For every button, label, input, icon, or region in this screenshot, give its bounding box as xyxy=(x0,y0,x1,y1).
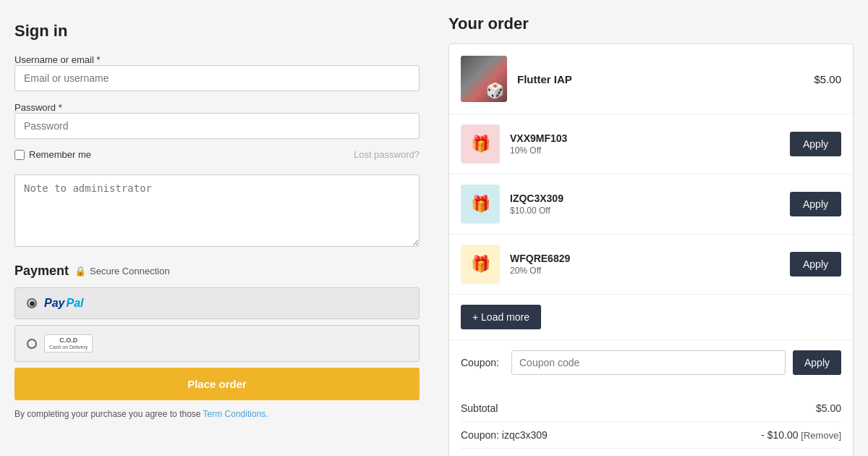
page-wrapper: Sign in Username or email * Password * R… xyxy=(14,14,854,456)
password-input[interactable] xyxy=(14,113,420,139)
apply-button-2[interactable]: Apply xyxy=(790,252,841,276)
coupon-row-0: 🎁 VXX9MF103 10% Off Apply xyxy=(449,114,853,174)
apply-button-0[interactable]: Apply xyxy=(790,132,841,156)
paypal-pal-text: Pal xyxy=(66,297,83,310)
username-label: Username or email * xyxy=(14,54,101,65)
payment-header: Payment 🔒 Secure Connection xyxy=(14,263,420,279)
terms-text: By completing your purchase you agree to… xyxy=(14,409,420,419)
coupon1-remove-link[interactable]: [Remove] xyxy=(801,430,841,441)
secure-connection: 🔒 Secure Connection xyxy=(75,266,170,276)
lock-icon: 🔒 xyxy=(75,266,86,276)
load-more-button[interactable]: + Load more xyxy=(461,305,541,329)
coupon-code-0: VXX9MF103 xyxy=(510,132,780,144)
coupon-icon-2: 🎁 xyxy=(461,245,500,284)
product-row: Flutter IAP $5.00 xyxy=(449,44,853,114)
paypal-logo: PayPal xyxy=(44,297,83,310)
coupon-input-row: Coupon: Apply xyxy=(449,339,853,385)
order-box: Flutter IAP $5.00 🎁 VXX9MF103 10% Off Ap… xyxy=(448,43,854,456)
product-thumbnail xyxy=(461,56,507,102)
coupon-desc-2: 20% Off xyxy=(510,266,780,276)
subtotal-label: Subtotal xyxy=(461,402,498,414)
coupon-input[interactable] xyxy=(511,350,786,375)
coupon-icon-0: 🎁 xyxy=(461,124,500,164)
order-title: Your order xyxy=(448,14,854,33)
right-panel: Your order Flutter IAP $5.00 🎁 VXX9MF103… xyxy=(448,14,854,456)
coupon-apply-button[interactable]: Apply xyxy=(793,350,841,375)
cod-sub: Cash on Delivery xyxy=(49,345,88,350)
subtotal-row: Subtotal $5.00 xyxy=(461,395,841,422)
remember-checkbox[interactable] xyxy=(14,150,25,160)
coupon1-row: Coupon: izqc3x309 - $10.00 [Remove] xyxy=(461,422,841,449)
terms-prefix: By completing your purchase you agree to… xyxy=(14,409,200,419)
coupon-code-1: IZQC3X309 xyxy=(510,193,780,204)
cod-badge: C.O.D Cash on Delivery xyxy=(44,334,93,352)
remember-left: Remember me xyxy=(14,149,91,160)
apply-button-1[interactable]: Apply xyxy=(790,192,841,216)
subtotal-value: $5.00 xyxy=(816,402,841,414)
coupon1-discount: - $10.00 [Remove] xyxy=(761,429,841,441)
coupon-code-2: WFQRE6829 xyxy=(510,253,780,264)
cod-option[interactable]: C.O.D Cash on Delivery xyxy=(14,325,420,362)
summary-section: Subtotal $5.00 Coupon: izqc3x309 - $10.0… xyxy=(449,385,853,456)
coupon-info-0: VXX9MF103 10% Off xyxy=(510,132,780,156)
coupon-info-2: WFQRE6829 20% Off xyxy=(510,253,780,276)
product-thumbnail-image xyxy=(461,56,507,102)
payment-title: Payment xyxy=(14,263,69,279)
coupon-row-2: 🎁 WFQRE6829 20% Off Apply xyxy=(449,235,853,295)
secure-label: Secure Connection xyxy=(90,266,170,276)
paypal-option[interactable]: PayPal xyxy=(14,287,420,319)
lost-password-link[interactable]: Lost password? xyxy=(354,149,420,160)
sign-in-title: Sign in xyxy=(14,22,420,41)
product-name: Flutter IAP xyxy=(517,73,804,85)
paypal-pay-text: Pay xyxy=(44,297,64,310)
place-order-button[interactable]: Place order xyxy=(14,368,420,400)
cod-radio[interactable] xyxy=(27,339,37,349)
coupon-icon-1: 🎁 xyxy=(461,185,500,224)
coupon-desc-1: $10.00 Off xyxy=(510,206,780,216)
coupon1-label: Coupon: izqc3x309 xyxy=(461,429,548,441)
coupon-info-1: IZQC3X309 $10.00 Off xyxy=(510,193,780,216)
remember-label: Remember me xyxy=(29,149,91,160)
paypal-radio[interactable] xyxy=(27,298,37,308)
left-panel: Sign in Username or email * Password * R… xyxy=(14,14,420,456)
note-textarea[interactable] xyxy=(14,174,420,247)
coupon-desc-0: 10% Off xyxy=(510,145,780,156)
coupon-row-1: 🎁 IZQC3X309 $10.00 Off Apply xyxy=(449,174,853,235)
coupon-label: Coupon: xyxy=(461,357,504,368)
product-price: $5.00 xyxy=(814,73,841,85)
username-input[interactable] xyxy=(14,65,420,91)
password-label: Password * xyxy=(14,102,62,113)
remember-row: Remember me Lost password? xyxy=(14,149,420,160)
coupon2-row: Coupon: wfqre6829 - $1.00 [Remove] xyxy=(461,449,841,456)
terms-link[interactable]: Term Conditions. xyxy=(203,409,268,419)
cod-label: C.O.D xyxy=(49,337,88,345)
